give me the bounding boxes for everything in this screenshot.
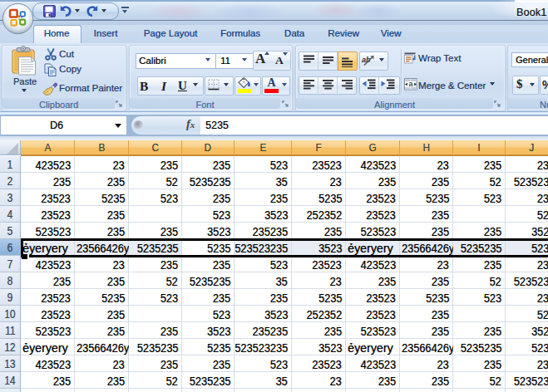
svg-text:a: a [409, 80, 413, 88]
